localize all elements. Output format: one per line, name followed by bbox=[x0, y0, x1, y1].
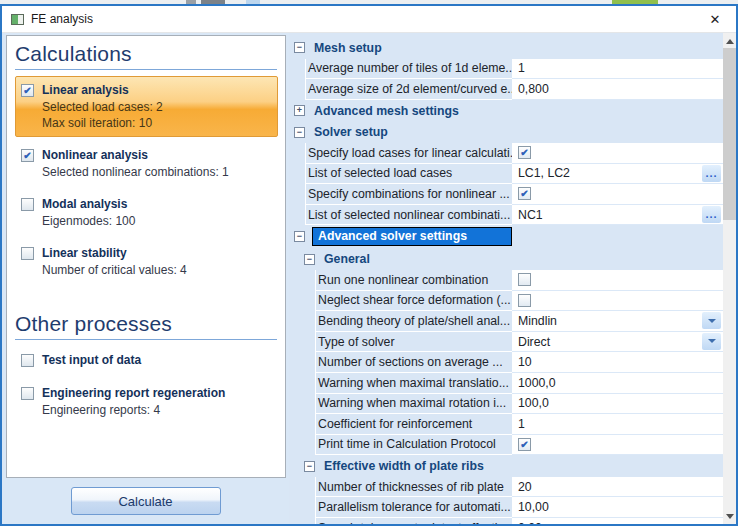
property-value[interactable]: Direct bbox=[512, 332, 723, 353]
grid-row-list-of-selected-nonlinear-combinati: List of selected nonlinear combinati...N… bbox=[289, 205, 723, 226]
grid-row-warning-when-maximal-translatio: Warning when maximal translatio...1000,0 bbox=[289, 373, 723, 394]
value-checkbox[interactable] bbox=[518, 294, 531, 307]
scroll-up-button[interactable] bbox=[723, 33, 736, 48]
value-text[interactable]: 100,0 bbox=[518, 396, 549, 410]
property-value[interactable]: ✔ bbox=[512, 184, 723, 205]
checkbox-nonlinear-analysis[interactable]: ✔ bbox=[21, 149, 34, 162]
value-checkbox[interactable]: ✔ bbox=[518, 187, 531, 200]
property-value[interactable] bbox=[512, 291, 723, 312]
collapse-icon[interactable]: − bbox=[304, 461, 315, 472]
value-text[interactable]: 10 bbox=[518, 355, 532, 369]
calculations-heading: Calculations bbox=[15, 40, 277, 70]
property-label: Number of sections on average ... bbox=[315, 352, 512, 373]
checkbox-test-input-of-data[interactable] bbox=[21, 354, 34, 367]
item-detail: Selected nonlinear combinations: 1 bbox=[42, 165, 229, 179]
value-text[interactable]: NC1 bbox=[518, 208, 543, 222]
value-text[interactable]: 1 bbox=[518, 61, 525, 75]
ellipsis-button[interactable]: ... bbox=[702, 165, 721, 182]
list-item-linear-analysis[interactable]: ✔Linear analysisSelected load cases: 2Ma… bbox=[15, 76, 278, 137]
grid-section-advanced-mesh-settings[interactable]: +Advanced mesh settings bbox=[289, 100, 723, 122]
property-value[interactable]: 100,0 bbox=[512, 394, 723, 415]
property-label: Average number of tiles of 1d eleme... bbox=[305, 59, 512, 80]
scrollbar-thumb[interactable] bbox=[723, 48, 736, 220]
property-value[interactable]: 0,800 bbox=[512, 79, 723, 100]
grid-row-bending-theory-of-plate-shell-anal: Bending theory of plate/shell anal...Min… bbox=[289, 311, 723, 332]
property-label: Specify combinations for nonlinear ... bbox=[305, 184, 512, 205]
grid-section-effective-width-of-plate-ribs[interactable]: −Effective width of plate ribs bbox=[289, 455, 723, 477]
value-text[interactable]: 10,00 bbox=[518, 500, 549, 514]
collapse-icon[interactable]: − bbox=[294, 42, 305, 53]
item-text: Nonlinear analysisSelected nonlinear com… bbox=[42, 148, 229, 179]
grid-row-type-of-solver: Type of solverDirect bbox=[289, 332, 723, 353]
collapse-icon[interactable]: − bbox=[294, 231, 305, 242]
grid-section-mesh-setup[interactable]: −Mesh setup bbox=[289, 37, 723, 59]
collapse-icon[interactable]: − bbox=[294, 127, 305, 138]
collapse-icon[interactable]: − bbox=[304, 254, 315, 265]
value-text[interactable]: 0,800 bbox=[518, 82, 549, 96]
property-value[interactable]: ✔ bbox=[512, 435, 723, 456]
item-title: Linear stability bbox=[42, 246, 187, 261]
grid-section-advanced-solver-settings[interactable]: −Advanced solver settings bbox=[289, 225, 723, 248]
property-value[interactable]: 0,00 bbox=[512, 518, 723, 524]
value-text[interactable]: 20 bbox=[518, 480, 532, 494]
section-label: Advanced mesh settings bbox=[314, 104, 459, 118]
dropdown-button[interactable] bbox=[702, 312, 721, 329]
value-checkbox[interactable]: ✔ bbox=[518, 438, 531, 451]
ellipsis-button[interactable]: ... bbox=[702, 206, 721, 223]
grid-row-neglect-shear-force-deformation: Neglect shear force deformation (... bbox=[289, 291, 723, 312]
value-text[interactable]: 0,00 bbox=[518, 521, 542, 524]
expand-icon[interactable]: + bbox=[294, 105, 305, 116]
section-label: Advanced solver settings bbox=[312, 227, 512, 246]
list-item-test-input-of-data[interactable]: Test input of data bbox=[15, 346, 278, 375]
list-item-modal-analysis[interactable]: Modal analysisEigenmodes: 100 bbox=[15, 190, 278, 235]
property-label: List of selected nonlinear combinati... bbox=[305, 205, 512, 226]
property-value[interactable] bbox=[512, 270, 723, 291]
close-button[interactable]: ✕ bbox=[694, 6, 736, 33]
property-value[interactable]: ✔ bbox=[512, 143, 723, 164]
fe-analysis-dialog: FE analysis ✕ Calculations ✔Linear analy… bbox=[0, 4, 738, 526]
item-text: Linear analysisSelected load cases: 2Max… bbox=[42, 83, 163, 130]
list-item-engineering-report-regeneration[interactable]: Engineering report regenerationEngineeri… bbox=[15, 379, 278, 424]
property-value[interactable]: 20 bbox=[512, 477, 723, 498]
checkbox-engineering-report-regeneration[interactable] bbox=[21, 387, 34, 400]
item-detail: Selected load cases: 2 bbox=[42, 100, 163, 114]
window-title: FE analysis bbox=[31, 12, 93, 26]
grid-row-specify-combinations-for-nonlinear: Specify combinations for nonlinear ...✔ bbox=[289, 184, 723, 205]
property-value[interactable]: 10 bbox=[512, 352, 723, 373]
property-label: Bending theory of plate/shell anal... bbox=[315, 311, 512, 332]
value-checkbox[interactable]: ✔ bbox=[518, 146, 531, 159]
titlebar[interactable]: FE analysis ✕ bbox=[2, 6, 736, 33]
checkbox-linear-stability[interactable] bbox=[21, 247, 34, 260]
value-text[interactable]: Direct bbox=[518, 335, 550, 349]
property-value[interactable]: 10,00 bbox=[512, 497, 723, 518]
list-item-nonlinear-analysis[interactable]: ✔Nonlinear analysisSelected nonlinear co… bbox=[15, 141, 278, 186]
other-processes-heading: Other processes bbox=[15, 310, 277, 340]
property-value[interactable]: NC1... bbox=[512, 205, 723, 226]
section-label: General bbox=[324, 252, 370, 266]
item-text: Linear stabilityNumber of critical value… bbox=[42, 246, 187, 277]
grid-section-general[interactable]: −General bbox=[289, 248, 723, 270]
value-text[interactable]: LC1, LC2 bbox=[518, 166, 570, 180]
property-value[interactable]: LC1, LC2... bbox=[512, 164, 723, 185]
vertical-scrollbar[interactable] bbox=[723, 33, 736, 524]
item-title: Test input of data bbox=[42, 353, 141, 368]
dropdown-button[interactable] bbox=[702, 333, 721, 350]
value-text[interactable]: 1000,0 bbox=[518, 376, 556, 390]
property-label: Search tolerance to detect effective wi.… bbox=[315, 518, 512, 524]
list-item-linear-stability[interactable]: Linear stabilityNumber of critical value… bbox=[15, 239, 278, 284]
value-text[interactable]: 1 bbox=[518, 417, 525, 431]
property-value[interactable]: 1 bbox=[512, 414, 723, 435]
checkbox-modal-analysis[interactable] bbox=[21, 198, 34, 211]
value-checkbox[interactable] bbox=[518, 273, 531, 286]
property-value[interactable]: 1000,0 bbox=[512, 373, 723, 394]
property-value[interactable]: Mindlin bbox=[512, 311, 723, 332]
scroll-down-button[interactable] bbox=[723, 509, 736, 524]
value-text[interactable]: Mindlin bbox=[518, 314, 557, 328]
item-title: Engineering report regeneration bbox=[42, 386, 225, 401]
grid-row-run-one-nonlinear-combination: Run one nonlinear combination bbox=[289, 270, 723, 291]
calculate-button[interactable]: Calculate bbox=[71, 487, 221, 515]
grid-section-solver-setup[interactable]: −Solver setup bbox=[289, 121, 723, 143]
left-footer: Calculate bbox=[2, 478, 289, 524]
checkbox-linear-analysis[interactable]: ✔ bbox=[21, 84, 34, 97]
property-value[interactable]: 1 bbox=[512, 59, 723, 80]
